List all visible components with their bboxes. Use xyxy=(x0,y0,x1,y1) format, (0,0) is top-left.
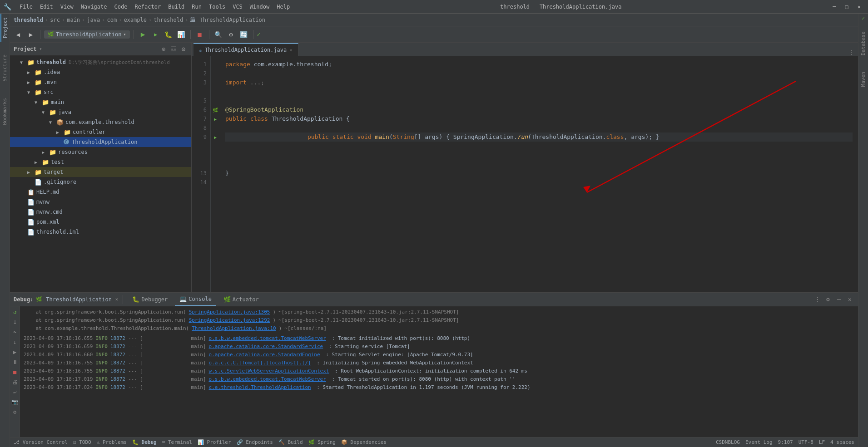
breadcrumb-main[interactable]: main xyxy=(67,17,80,23)
menu-build[interactable]: Build xyxy=(165,3,187,11)
restart-button[interactable]: ↺ xyxy=(11,308,19,316)
status-csdn[interactable]: CSDNBLOG xyxy=(716,439,740,445)
stack-link-1[interactable]: SpringApplication.java:1305 xyxy=(189,308,270,316)
settings-button[interactable]: ⚙ xyxy=(226,29,237,40)
panel-close-button[interactable]: ✕ xyxy=(845,295,854,304)
run-gutter-icon[interactable]: ▶ xyxy=(214,117,217,122)
tree-item-main[interactable]: ▼ 📁 main xyxy=(10,97,191,107)
search-everywhere-button[interactable]: 🔍 xyxy=(213,29,224,40)
sidebar-settings-button[interactable]: ⚙ xyxy=(179,45,188,53)
logger-link-2[interactable]: o.apache.catalina.core.StandardService xyxy=(209,343,323,351)
status-endpoints[interactable]: 🔗 Endpoints xyxy=(237,439,273,445)
code-editor[interactable]: 1 2 3 5 6 7 8 9 13 xyxy=(192,56,858,292)
menu-window[interactable]: Window xyxy=(247,3,272,11)
resume-button[interactable]: ▶ xyxy=(11,348,19,356)
menu-file[interactable]: File xyxy=(17,3,35,11)
step-over-button[interactable]: ↷ xyxy=(11,328,19,336)
status-problems[interactable]: ⚠ Problems xyxy=(97,439,127,445)
panel-tab-debugger[interactable]: 🐛 Debugger xyxy=(128,293,172,306)
logger-link-3[interactable]: o.apache.catalina.core.StandardEngine xyxy=(209,351,320,359)
print-button[interactable]: 🖨 xyxy=(11,378,19,386)
status-spring[interactable]: 🌿 Spring xyxy=(308,439,336,445)
panel-settings-button[interactable]: ⚙ xyxy=(823,295,833,304)
tree-item-gitignore[interactable]: 📄 .gitignore xyxy=(10,177,191,187)
menu-vcs[interactable]: VCS xyxy=(230,3,245,11)
run-with-coverage-button[interactable]: ▶ xyxy=(150,29,161,40)
locate-file-button[interactable]: ☲ xyxy=(169,45,178,53)
logger-link-5[interactable]: w.s.c.ServletWebServerApplicationContext xyxy=(209,367,329,375)
status-encoding[interactable]: UTF-8 xyxy=(799,439,813,445)
tree-item-mvnw-cmd[interactable]: 📄 mvnw.cmd xyxy=(10,207,191,217)
tree-item-pom[interactable]: 📄 pom.xml xyxy=(10,217,191,227)
tree-item-test[interactable]: ▶ 📁 test xyxy=(10,157,191,167)
tree-item-package[interactable]: ▼ 📦 com.example.threshold xyxy=(10,117,191,127)
breadcrumb-com[interactable]: com xyxy=(107,17,117,23)
update-button[interactable]: 🔄 xyxy=(238,29,249,40)
status-debug-tab[interactable]: 🐛 Debug xyxy=(132,439,157,445)
tab-close-button[interactable]: ✕ xyxy=(289,47,293,53)
menu-navigate[interactable]: Navigate xyxy=(78,3,110,11)
scroll-to-end-button[interactable]: ⤓ xyxy=(11,318,19,326)
left-tool-project[interactable]: Project xyxy=(0,14,9,42)
tree-item-target[interactable]: ▶ 📁 target xyxy=(10,167,191,177)
logger-link-4[interactable]: o.a.c.c.C.[Tomcat].[localhost].[/] xyxy=(209,359,311,367)
check-mark-right[interactable]: ✓ xyxy=(861,14,866,23)
status-profiler[interactable]: 📊 Profiler xyxy=(198,439,231,445)
tree-item-src[interactable]: ▼ 📁 src xyxy=(10,87,191,97)
debug-button[interactable]: 🐛 xyxy=(163,29,174,40)
menu-code[interactable]: Code xyxy=(112,3,130,11)
editor-more-button[interactable]: ⋮ xyxy=(846,49,856,56)
back-button[interactable]: ◀ xyxy=(13,29,24,40)
menu-run[interactable]: Run xyxy=(189,3,204,11)
menu-tools[interactable]: Tools xyxy=(206,3,228,11)
camera-button[interactable]: 📷 xyxy=(11,398,19,406)
status-line-col[interactable]: 9:107 xyxy=(778,439,793,445)
minimize-button[interactable]: ─ xyxy=(829,3,839,11)
console-output[interactable]: at org.springframework.boot.SpringApplic… xyxy=(20,306,858,437)
tree-root[interactable]: ▼ 📁 threshold D:\学习案例\springbootDom\thre… xyxy=(10,57,191,67)
collapse-all-button[interactable]: ⊕ xyxy=(159,45,168,53)
right-tool-database[interactable]: Database xyxy=(859,28,867,59)
breadcrumb-project[interactable]: threshold xyxy=(14,17,43,23)
gear-button[interactable]: ⚙ xyxy=(11,408,19,416)
panel-minimize-button[interactable]: ─ xyxy=(834,295,843,304)
menu-edit[interactable]: Edit xyxy=(37,3,56,11)
right-tool-maven[interactable]: Maven xyxy=(859,68,867,90)
breadcrumb-example[interactable]: example xyxy=(124,17,147,23)
stop-debug-button[interactable]: ■ xyxy=(11,368,19,376)
run-config-selector[interactable]: 🌿 ThresholdApplication ▾ xyxy=(44,30,130,39)
tree-item-controller[interactable]: ▶ 📁 controller xyxy=(10,127,191,137)
tree-item-mvn[interactable]: ▶ 📁 .mvn xyxy=(10,77,191,87)
tree-item-mvnw[interactable]: 📄 mvnw xyxy=(10,197,191,207)
menu-bar[interactable]: File Edit View Navigate Code Refactor Bu… xyxy=(17,3,293,11)
maximize-button[interactable]: □ xyxy=(842,3,852,11)
debug-app-close[interactable]: ✕ xyxy=(115,296,119,302)
status-build[interactable]: 🔨 Build xyxy=(278,439,303,445)
panel-tab-actuator[interactable]: 🌿 Actuator xyxy=(219,293,263,306)
step-into-button[interactable]: ↓ xyxy=(11,338,19,346)
menu-help[interactable]: Help xyxy=(274,3,293,11)
logger-link-6[interactable]: o.s.b.w.embedded.tomcat.TomcatWebServer xyxy=(209,375,326,383)
status-indent[interactable]: 4 spaces xyxy=(830,439,854,445)
breadcrumb-classname[interactable]: ThresholdApplication xyxy=(199,17,265,23)
editor-tab-main[interactable]: ☕ ThresholdApplication.java ✕ xyxy=(193,43,298,56)
logger-link-1[interactable]: o.s.b.w.embedded.tomcat.TomcatWebServer xyxy=(209,334,326,343)
stack-link-2[interactable]: SpringApplication.java:1292 xyxy=(189,316,270,324)
status-terminal[interactable]: ⌨ Terminal xyxy=(162,439,192,445)
tree-item-idea[interactable]: ▶ 📁 .idea xyxy=(10,67,191,77)
status-event-log[interactable]: Event Log xyxy=(745,439,773,445)
menu-refactor[interactable]: Refactor xyxy=(132,3,164,11)
breadcrumb-class[interactable]: 🏛 xyxy=(190,16,196,23)
checkmark-icon[interactable]: ✓ xyxy=(257,31,261,38)
run-button[interactable]: ▶ xyxy=(138,29,149,40)
code-content[interactable]: package com.example.threshold; import ..… xyxy=(220,56,858,292)
status-todo[interactable]: ☑ TODO xyxy=(73,439,91,445)
status-version-control[interactable]: ⎇ Version Control xyxy=(14,439,68,445)
tree-item-java[interactable]: ▼ 📁 java xyxy=(10,107,191,117)
tree-item-help[interactable]: 📋 HELP.md xyxy=(10,187,191,197)
tree-item-iml[interactable]: 📄 threshold.iml xyxy=(10,227,191,237)
stop-button[interactable]: ■ xyxy=(194,29,205,40)
close-button[interactable]: ✕ xyxy=(854,3,864,11)
stack-link-3[interactable]: ThresholdApplication.java:10 xyxy=(192,324,276,333)
tree-item-threshold-app[interactable]: 🅒 ThresholdApplication xyxy=(10,137,191,147)
